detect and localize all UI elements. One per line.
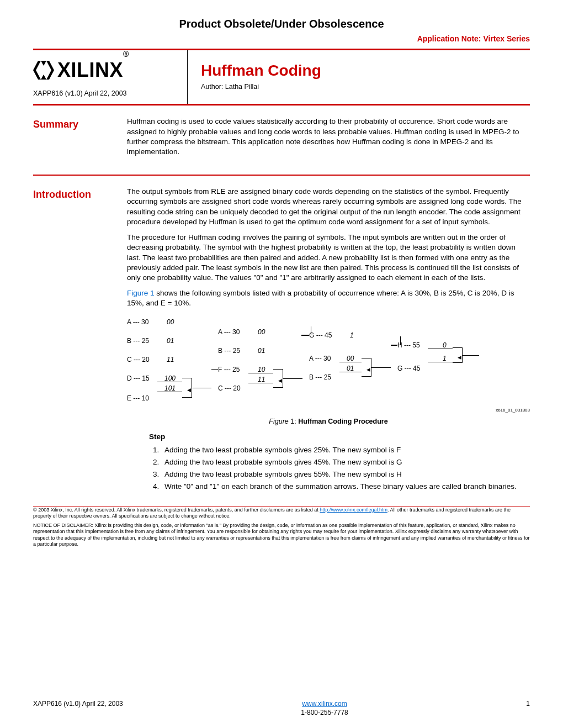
divider [33, 175, 530, 176]
figure-1-diagram: A --- 3000 B --- 2501 C --- 2011 D --- 1… [127, 315, 530, 414]
figure-ref: Figure 1 [127, 289, 155, 297]
diagram-connector [248, 373, 273, 373]
fig-node: B --- 25 [218, 346, 240, 355]
diagram-arrow [463, 355, 479, 356]
footer-doc-id: XAPP616 (v1.0) April 22, 2003 [33, 699, 123, 708]
diagram-connector [301, 335, 309, 336]
application-note-series: Application Note: Virtex Series [33, 34, 530, 44]
step-item: Adding the two least probable symbols gi… [161, 469, 530, 479]
diagram-connector [157, 392, 182, 392]
diagram-connector [248, 383, 273, 383]
fig-node: C --- 20 [127, 355, 150, 364]
fig-code: 00 [258, 328, 265, 336]
svg-marker-3 [41, 75, 46, 80]
diagram-bracket [301, 326, 311, 335]
diagram-connector [428, 362, 453, 362]
diagram-arrow [371, 367, 391, 368]
author: Author: Latha Pillai [201, 82, 321, 92]
copyright-text: © 2003 Xilinx, Inc. All rights reserved.… [33, 507, 530, 520]
fig-node: A --- 30 [127, 318, 148, 326]
fig-node: G --- 45 [309, 331, 332, 340]
fig-node: B --- 25 [127, 336, 149, 345]
fig-node: B --- 25 [309, 373, 331, 382]
svg-marker-1 [46, 61, 54, 80]
divider [33, 104, 530, 105]
summary-text: Huffman coding is used to code values st… [127, 117, 530, 157]
page-title: Huffman Coding [201, 60, 321, 81]
step-item: Adding the two least probable symbols gi… [161, 457, 530, 467]
page-number: 1 [526, 699, 530, 708]
fig-node: D --- 15 [127, 374, 150, 383]
fig-node: F --- 25 [218, 365, 240, 374]
figure-caption-title: Huffman Coding Procedure [298, 418, 388, 425]
fig-code: 01 [167, 336, 174, 345]
logo-text: XILINX® [57, 57, 129, 84]
section-heading-summary: Summary [33, 117, 127, 162]
figure-caption-prefix: Figure [269, 418, 288, 425]
fig-node: A --- 30 [309, 354, 331, 363]
page-footer: XAPP616 (v1.0) April 22, 2003 www.xilinx… [33, 699, 530, 717]
intro-p3-text: shows the following symbols listed with … [127, 289, 514, 307]
fig-node: E --- 10 [127, 394, 149, 403]
svg-marker-0 [33, 61, 41, 80]
diagram-connector [211, 369, 218, 370]
fig-node: G --- 45 [397, 364, 420, 373]
diagram-arrow [283, 378, 302, 379]
doc-id: XAPP616 (v1.0) April 22, 2003 [33, 89, 175, 98]
diagram-bracket [391, 336, 401, 345]
step-item: Write "0" and "1" on each branch of the … [161, 482, 530, 492]
registered-mark: ® [123, 50, 129, 59]
fig-code: 11 [167, 355, 174, 364]
diagram-connector [428, 349, 453, 349]
figure-caption-num: 1: [290, 418, 296, 425]
steps-heading: Step [149, 432, 530, 442]
disclaimer-text: NOTICE OF DISCLAIMER: Xilinx is providin… [33, 523, 530, 547]
intro-p1: The output symbols from RLE are assigned… [127, 187, 530, 227]
diagram-connector [391, 345, 397, 346]
svg-marker-2 [41, 61, 46, 66]
legal-link[interactable]: http://www.xilinx.com/legal.htm [320, 507, 387, 513]
fig-node: A --- 30 [218, 328, 240, 336]
xilinx-logo-icon [33, 61, 54, 80]
fig-code: 1 [350, 331, 354, 340]
fig-node: H --- 55 [397, 341, 420, 350]
section-heading-introduction: Introduction [33, 187, 127, 494]
intro-p3: Figure 1 shows the following symbols lis… [127, 288, 530, 308]
diagram-connector [157, 382, 182, 382]
xilinx-logo: XILINX® [33, 57, 175, 84]
legal-block: © 2003 Xilinx, Inc. All rights reserved.… [33, 507, 530, 548]
legal-text: © 2003 Xilinx, Inc. All rights reserved.… [33, 507, 320, 513]
diagram-arrow [192, 388, 211, 388]
figure-caption: Figure 1: Huffman Coding Procedure [127, 417, 530, 426]
footer-link[interactable]: www.xilinx.com [302, 700, 347, 708]
figure-identifier: x616_01_031803 [496, 408, 530, 414]
logo-block: XILINX® XAPP616 (v1.0) April 22, 2003 [33, 50, 188, 104]
fig-code: 01 [258, 346, 265, 355]
obsolete-banner: Product Obsolete/Under Obsolescence [33, 17, 530, 31]
footer-phone: 1-800-255-7778 [301, 709, 348, 716]
fig-code: 00 [167, 318, 174, 326]
step-item: Adding the two least probable symbols gi… [161, 445, 530, 455]
fig-node: C --- 20 [218, 384, 241, 393]
steps-list: Adding the two least probable symbols gi… [149, 445, 530, 492]
diagram-connector [339, 372, 362, 372]
diagram-connector [339, 362, 362, 362]
intro-p2: The procedure for Huffman coding involve… [127, 233, 530, 283]
